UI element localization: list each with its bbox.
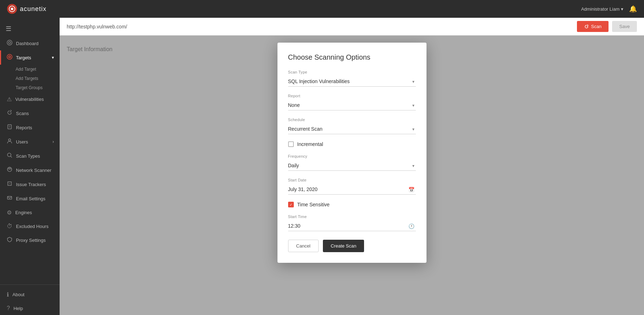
sidebar-bottom: ℹ About ? Help [0, 284, 60, 315]
sidebar-label-issue-trackers: Issue Trackers [16, 182, 46, 187]
header-right: Administrator Liam ▾ 🔔 [581, 5, 637, 13]
start-date-input[interactable] [288, 184, 416, 195]
time-sensitive-label: Time Sensitive [297, 202, 330, 207]
about-icon: ℹ [7, 291, 9, 298]
start-time-group: Start Time 🕐 [288, 214, 416, 231]
header-actions: Scan Save [577, 21, 637, 32]
sidebar-item-proxy-settings[interactable]: Proxy Settings [0, 233, 60, 247]
notifications-bell-icon[interactable]: 🔔 [629, 5, 637, 13]
issue-trackers-icon [7, 181, 12, 188]
time-sensitive-checkbox-row: ✓ Time Sensitive [288, 202, 416, 207]
page-background: Target Information Choose Scanning Optio… [60, 36, 644, 315]
content-header: http://testphp.vulnweb.com/ Scan Save [60, 18, 644, 36]
report-group: Report None Affected Items Developer Exe… [288, 94, 416, 110]
scan-type-label: Scan Type [288, 70, 416, 74]
modal-actions: Cancel Create Scan [288, 240, 416, 252]
schedule-label: Schedule [288, 118, 416, 122]
svg-point-2 [7, 40, 12, 45]
vulnerabilities-icon: ⚠ [7, 96, 12, 103]
sidebar-item-add-target[interactable]: Add Target [16, 65, 60, 74]
sidebar-label-about: About [12, 292, 24, 297]
sidebar-label-scan-types: Scan Types [16, 153, 40, 159]
incremental-checkbox[interactable] [288, 141, 294, 147]
targets-expand-icon: ▾ [52, 55, 54, 60]
sidebar-label-proxy-settings: Proxy Settings [16, 238, 46, 243]
network-scanner-icon [7, 167, 12, 174]
svg-rect-15 [7, 196, 12, 199]
start-time-input[interactable] [288, 221, 416, 231]
sidebar-label-vulnerabilities: Vulnerabilities [15, 97, 44, 102]
clock-icon[interactable]: 🕐 [408, 223, 414, 229]
dashboard-icon [7, 40, 12, 47]
engines-icon: ⚙ [7, 209, 12, 216]
frequency-select[interactable]: Daily Weekly Monthly [288, 161, 416, 171]
sidebar-item-vulnerabilities[interactable]: ⚠ Vulnerabilities [0, 92, 60, 106]
sidebar-item-reports[interactable]: Reports [0, 120, 60, 135]
scan-button-icon [584, 24, 589, 29]
schedule-select[interactable]: Recurrent Scan Run Once [288, 124, 416, 134]
svg-rect-7 [8, 125, 11, 129]
svg-point-6 [9, 56, 10, 57]
sidebar-item-scan-types[interactable]: Scan Types [0, 149, 60, 163]
sidebar-item-add-targets[interactable]: Add Targets [16, 74, 60, 83]
time-sensitive-checkbox[interactable]: ✓ [288, 202, 294, 207]
create-scan-button[interactable]: Create Scan [323, 240, 364, 252]
calendar-icon[interactable]: 📅 [408, 187, 414, 192]
sidebar-label-targets: Targets [16, 55, 31, 60]
frequency-label: Frequency [288, 154, 416, 158]
scan-type-select-wrapper[interactable]: SQL Injection Vulnerabilities Full Scan … [288, 76, 416, 87]
scans-icon [7, 110, 12, 117]
users-icon [7, 138, 12, 145]
sidebar-item-scans[interactable]: Scans [0, 106, 60, 120]
frequency-select-wrapper[interactable]: Daily Weekly Monthly ▾ [288, 161, 416, 171]
scan-type-select[interactable]: SQL Injection Vulnerabilities Full Scan … [288, 76, 416, 87]
logo-area: acunetix [7, 4, 46, 14]
sidebar-label-help: Help [13, 306, 23, 311]
schedule-select-wrapper[interactable]: Recurrent Scan Run Once ▾ [288, 124, 416, 134]
report-label: Report [288, 94, 416, 98]
save-button[interactable]: Save [612, 21, 637, 32]
sidebar-item-help[interactable]: ? Help [0, 302, 60, 315]
schedule-group: Schedule Recurrent Scan Run Once ▾ [288, 118, 416, 134]
sidebar-label-reports: Reports [16, 125, 32, 130]
sidebar-item-target-groups[interactable]: Target Groups [16, 83, 60, 92]
start-date-group: Start Date 📅 [288, 178, 416, 195]
top-header: acunetix Administrator Liam ▾ 🔔 [0, 0, 644, 18]
report-select[interactable]: None Affected Items Developer Executive … [288, 100, 416, 110]
sidebar-label-users: Users [16, 139, 28, 145]
svg-point-13 [9, 169, 10, 170]
sidebar-toggle-button[interactable]: ☰ [0, 21, 60, 36]
sidebar-label-scans: Scans [16, 111, 29, 116]
sidebar-item-network-scanner[interactable]: Network Scanner [0, 163, 60, 177]
reports-icon [7, 124, 12, 131]
dropdown-arrow-icon: ▾ [621, 6, 623, 12]
scan-types-icon [7, 152, 12, 159]
sidebar-item-dashboard[interactable]: Dashboard [0, 36, 60, 50]
sidebar: ☰ Dashboard Targets ▾ [0, 18, 60, 315]
incremental-checkbox-row: Incremental [288, 141, 416, 147]
start-date-label: Start Date [288, 178, 416, 182]
sidebar-item-about[interactable]: ℹ About [0, 288, 60, 302]
incremental-label: Incremental [297, 141, 323, 147]
url-breadcrumb: http://testphp.vulnweb.com/ [67, 24, 127, 29]
sidebar-item-email-settings[interactable]: Email Settings [0, 191, 60, 206]
choose-scanning-options-modal: Choose Scanning Options Scan Type SQL In… [277, 43, 426, 263]
content-area: http://testphp.vulnweb.com/ Scan Save Ta… [60, 18, 644, 315]
sidebar-item-users[interactable]: Users › [0, 135, 60, 149]
scan-button[interactable]: Scan [577, 21, 609, 32]
sidebar-label-excluded-hours: Excluded Hours [16, 224, 49, 229]
users-expand-icon: › [53, 139, 54, 144]
sidebar-item-engines[interactable]: ⚙ Engines [0, 206, 60, 219]
cancel-button[interactable]: Cancel [288, 240, 319, 252]
admin-user[interactable]: Administrator Liam ▾ [581, 6, 623, 12]
sidebar-item-excluded-hours[interactable]: ⏱ Excluded Hours [0, 219, 60, 233]
frequency-group: Frequency Daily Weekly Monthly ▾ [288, 154, 416, 171]
sidebar-item-issue-trackers[interactable]: Issue Trackers [0, 177, 60, 191]
help-icon: ? [7, 305, 10, 311]
modal-title: Choose Scanning Options [288, 53, 416, 61]
sidebar-label-dashboard: Dashboard [16, 41, 39, 46]
logo-icon [7, 4, 17, 14]
start-time-input-wrapper: 🕐 [288, 221, 416, 231]
report-select-wrapper[interactable]: None Affected Items Developer Executive … [288, 100, 416, 110]
sidebar-item-targets[interactable]: Targets ▾ [0, 50, 60, 65]
